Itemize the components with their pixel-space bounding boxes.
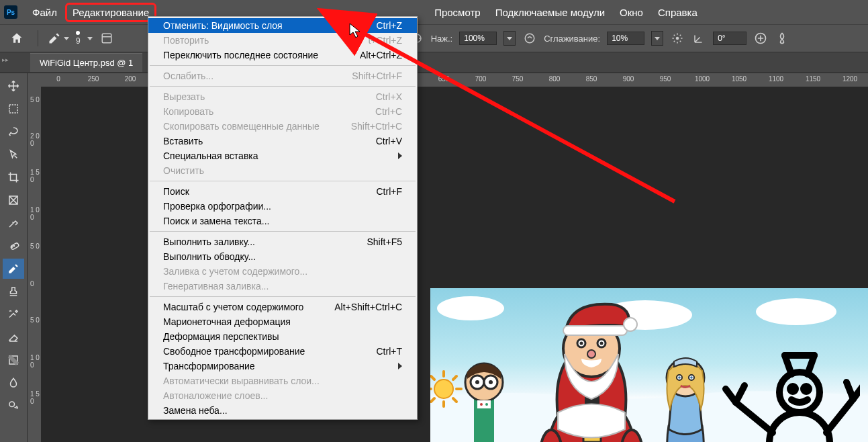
svg-point-30	[475, 380, 479, 384]
edit-menu-item[interactable]: Свободное трансформированиеCtrl+T	[148, 344, 417, 359]
edit-menu-item[interactable]: Марионеточная деформация	[148, 314, 417, 329]
edit-menu-item[interactable]: Масштаб с учетом содержимогоAlt+Shift+Ct…	[148, 300, 417, 314]
menu-separator	[150, 65, 416, 66]
svg-point-50	[678, 376, 681, 379]
edit-menu-item[interactable]: Поиск и замена текста...	[148, 214, 417, 228]
panel-grip-icon[interactable]: ▸▸	[2, 56, 9, 63]
edit-menu-item[interactable]: Трансформирование	[148, 359, 417, 373]
menu-item-label: Отменить: Видимость слоя	[163, 20, 283, 31]
edit-menu-item[interactable]: Деформация перспективы	[148, 329, 417, 344]
menu-item-label: Автоматически выравнивать слои...	[163, 375, 320, 386]
svg-point-40	[580, 342, 583, 345]
tool-crop[interactable]	[3, 167, 24, 187]
tool-history-brush[interactable]	[3, 304, 24, 324]
menu-item-label: Копировать	[163, 106, 213, 117]
edit-menu-item[interactable]: Замена неба...	[148, 403, 417, 418]
brush-tool-preview-icon[interactable]	[48, 32, 69, 45]
svg-point-33	[480, 403, 483, 406]
menu-edit[interactable]: Редактирование	[65, 3, 156, 22]
edit-menu-item: Очистить	[148, 163, 417, 178]
svg-point-2	[525, 34, 534, 43]
menu-item-label: Автоналожение слоев...	[163, 390, 268, 401]
tool-marquee[interactable]	[3, 99, 24, 119]
menu-item-label: Ослабить...	[163, 71, 213, 81]
svg-point-53	[779, 372, 820, 412]
tool-frame[interactable]	[3, 190, 24, 210]
menu-item-label: Вырезать	[163, 91, 205, 102]
edit-menu-item: КопироватьCtrl+C	[148, 104, 417, 119]
tool-eyedropper[interactable]	[3, 213, 24, 233]
tool-move[interactable]	[3, 76, 24, 96]
pressure-size-icon[interactable]	[753, 31, 768, 46]
svg-line-23	[431, 398, 434, 402]
tool-eraser[interactable]	[3, 327, 24, 347]
menu-item-shortcut: Ctrl+Z	[377, 20, 403, 31]
chevron-down-icon[interactable]	[87, 37, 93, 40]
menu-item-shortcut: Alt+Shift+Ctrl+C	[334, 302, 402, 312]
menu-item-label: Скопировать совмещенные данные	[163, 121, 320, 132]
document-tab[interactable]: WiFiGid Центр.psd @ 1	[30, 53, 142, 72]
tool-gradient[interactable]	[3, 350, 24, 370]
tool-stamp[interactable]	[3, 281, 24, 302]
svg-point-9	[13, 245, 15, 247]
tools-panel	[0, 73, 28, 442]
svg-point-41	[600, 342, 604, 345]
symmetry-icon[interactable]	[775, 31, 789, 46]
menu-item-label: Специальная вставка	[163, 150, 258, 161]
edit-menu-item[interactable]: Переключить последнее состояниеAlt+Ctrl+…	[148, 48, 417, 62]
edit-menu-item[interactable]: Выполнить заливку...Shift+F5	[148, 234, 417, 249]
edit-menu-item[interactable]: Отменить: Видимость слояCtrl+Z	[148, 18, 417, 33]
opacity-input[interactable]: 100%	[459, 32, 497, 45]
edit-menu-item: Автоналожение слоев...	[148, 388, 417, 403]
svg-line-21	[431, 376, 434, 380]
svg-point-14	[756, 298, 836, 325]
document-tabs: WiFiGid Центр.psd @ 1	[0, 52, 868, 73]
svg-point-52	[769, 412, 830, 442]
svg-point-12	[437, 296, 504, 320]
pressure-opacity-icon[interactable]	[522, 31, 537, 46]
smoothing-options-icon[interactable]	[670, 31, 685, 46]
edit-menu-item[interactable]: Проверка орфографии...	[148, 199, 417, 214]
menu-item-shortcut: Shift+F5	[367, 236, 402, 247]
tool-quick-select[interactable]	[3, 144, 24, 165]
angle-icon	[691, 31, 706, 46]
brush-size-preview[interactable]: 9	[76, 31, 81, 46]
edit-menu-item[interactable]: Специальная вставка	[148, 148, 417, 163]
svg-point-31	[489, 380, 493, 384]
edit-menu-dropdown: Отменить: Видимость слояCtrl+ZПовторитьt…	[148, 16, 418, 420]
smoothing-input[interactable]: 10%	[607, 32, 644, 45]
edit-menu-item: Генеративная заливка...	[148, 279, 417, 294]
brush-panel-icon[interactable]	[99, 31, 114, 46]
svg-rect-0	[102, 34, 111, 43]
edit-menu-item[interactable]: ВставитьCtrl+V	[148, 134, 417, 148]
menu-plugins[interactable]: Подключаемые модули	[489, 3, 612, 22]
tool-dodge[interactable]	[3, 396, 24, 416]
tool-blur[interactable]	[3, 373, 24, 393]
menu-file[interactable]: Файл	[26, 3, 64, 22]
menu-item-label: Марионеточная деформация	[163, 316, 291, 327]
svg-line-59	[736, 402, 773, 433]
menu-item-label: Деформация перспективы	[163, 331, 279, 342]
menu-window[interactable]: Окно	[613, 3, 650, 22]
menu-item-shortcut: Shift+Ctrl+C	[351, 121, 402, 132]
canvas-artboard[interactable]	[430, 288, 868, 442]
svg-line-61	[736, 386, 744, 402]
svg-point-54	[790, 386, 795, 392]
menu-item-shortcut: Alt+Ctrl+Z	[360, 50, 402, 60]
tool-lasso[interactable]	[3, 122, 24, 142]
menu-item-label: Поиск и замена текста...	[163, 216, 269, 226]
ruler-vertical: 5 0 2 0 0 1 5 0 1 0 0 5 0 0 5 0 1 0 0 1 …	[28, 87, 42, 442]
home-button[interactable]	[5, 29, 28, 48]
tool-heal[interactable]	[3, 236, 24, 256]
smoothing-dropdown[interactable]	[651, 31, 663, 46]
menu-view[interactable]: Просмотр	[428, 3, 487, 22]
edit-menu-item[interactable]: Выполнить обводку...	[148, 249, 417, 264]
edit-menu-item: Повторитьt+Ctrl+Z	[148, 33, 417, 48]
opacity-dropdown[interactable]	[503, 31, 516, 46]
angle-input[interactable]: 0°	[713, 32, 746, 45]
options-bar: 9 Наж.: 100% Сглаживание: 10% 0°	[0, 24, 868, 52]
menu-help[interactable]: Справка	[651, 3, 704, 22]
menu-item-label: Выполнить обводку...	[163, 251, 256, 262]
edit-menu-item[interactable]: ПоискCtrl+F	[148, 184, 417, 199]
tool-brush[interactable]	[3, 259, 24, 279]
